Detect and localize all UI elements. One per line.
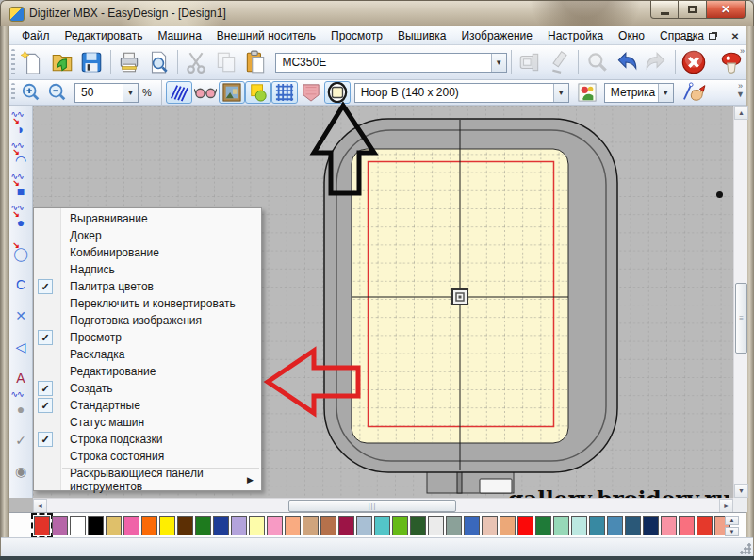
print-preview-button[interactable]	[144, 47, 173, 77]
punch-gray-tool-button[interactable]: ∿∿●	[10, 389, 32, 420]
minimize-button[interactable]	[650, 1, 679, 19]
color-swatch-26[interactable]	[500, 516, 516, 535]
zoom-in-button[interactable]	[18, 81, 44, 104]
punch-crescent-tool-button[interactable]: ∿∿↘◗	[10, 109, 32, 140]
color-swatch-18[interactable]	[356, 516, 372, 535]
menu-item-4[interactable]: Просмотр	[323, 27, 390, 44]
context-menu-item-4[interactable]: ✓Палитра цветов	[34, 278, 261, 295]
color-swatch-16[interactable]	[320, 516, 336, 535]
context-menu-item-8[interactable]: Раскладка	[34, 346, 261, 363]
scroll-right-arrow[interactable]: ►	[719, 499, 733, 513]
units-combo-dropdown[interactable]: ▼	[658, 84, 673, 102]
color-swatch-36[interactable]	[679, 516, 695, 535]
context-menu-item-10[interactable]: ✓Создать	[34, 380, 261, 397]
eraser-pen-button[interactable]	[545, 47, 574, 77]
toolbar-view-overflow-icon[interactable]: »▼	[736, 82, 745, 99]
context-menu-item-0[interactable]: Выравнивание	[34, 210, 261, 227]
hoop-combo[interactable]: Hoop B (140 x 200) ▼	[354, 83, 569, 103]
color-swatch-35[interactable]	[661, 516, 677, 535]
title-bar[interactable]: Digitizer MBX - EasyDesign - [Design1] ✕	[0, 0, 754, 26]
context-menu-item-6[interactable]: Подготовка изображения	[34, 312, 261, 329]
open-design-button[interactable]	[47, 47, 76, 77]
lettering-tool-button[interactable]: A	[10, 358, 32, 389]
color-swatch-6[interactable]	[141, 516, 157, 535]
outline-circle-tool-button[interactable]: ↘◯	[10, 234, 32, 265]
menu-item-0[interactable]: Файл	[14, 27, 57, 44]
check-pen-tool-button[interactable]: ✓	[10, 420, 32, 452]
context-menu-item-5[interactable]: Переключить и конвертировать	[34, 295, 261, 312]
scroll-up-arrow[interactable]: ▲	[734, 106, 748, 120]
context-menu-item-12[interactable]: Статус машин	[34, 414, 261, 431]
color-swatch-28[interactable]	[535, 516, 551, 535]
camera-tool-button[interactable]: ◉	[10, 452, 32, 483]
color-swatch-9[interactable]	[195, 516, 211, 535]
color-swatch-22[interactable]	[428, 516, 444, 535]
color-swatch-31[interactable]	[589, 516, 605, 535]
redo-button[interactable]	[642, 47, 671, 77]
design-thumbnail-button[interactable]	[574, 81, 600, 104]
color-swatch-12[interactable]	[249, 516, 265, 535]
show-hoop-template-toggle[interactable]	[298, 81, 324, 104]
horizontal-scrollbar[interactable]: ◄ ||| ►	[33, 498, 733, 512]
context-menu-item-1[interactable]: Докер	[34, 227, 261, 244]
color-swatch-25[interactable]	[482, 516, 498, 535]
color-swatch-24[interactable]	[464, 516, 480, 535]
mdi-minimize-button[interactable]	[681, 29, 698, 42]
color-swatch-29[interactable]	[553, 516, 569, 535]
vertical-scrollbar-thumb[interactable]: ≡	[735, 283, 747, 354]
color-swatch-2[interactable]	[70, 516, 86, 535]
zoom-level-combo[interactable]: 50 ▼	[74, 83, 139, 103]
color-swatch-32[interactable]	[607, 516, 623, 535]
cross-node-tool-button[interactable]: ✕	[10, 296, 32, 327]
zoom-out-button[interactable]	[44, 81, 71, 104]
color-swatch-30[interactable]	[571, 516, 587, 535]
color-swatch-19[interactable]	[374, 516, 390, 535]
send-to-machine-button[interactable]	[516, 47, 545, 77]
show-picture-toggle[interactable]	[219, 81, 245, 104]
color-swatch-7[interactable]	[159, 516, 175, 535]
zoom-tool-button[interactable]	[582, 47, 612, 77]
color-swatch-1[interactable]	[52, 516, 68, 535]
color-swatch-23[interactable]	[446, 516, 462, 535]
color-swatch-4[interactable]	[106, 516, 122, 535]
hoop-combo-dropdown[interactable]: ▼	[553, 84, 568, 102]
context-menu-item-7[interactable]: ✓Просмотр	[34, 329, 261, 346]
context-menu-item-13[interactable]: ✓Строка подсказки	[34, 431, 261, 448]
menu-item-2[interactable]: Машина	[150, 27, 208, 44]
toolbar-overflow-icon[interactable]: »	[740, 47, 745, 56]
context-menu-item-2[interactable]: Комбинирование	[34, 244, 261, 261]
context-menu-item-15[interactable]: Раскрывающиеся панели инструментов▶	[34, 471, 261, 488]
show-grid-toggle[interactable]	[271, 81, 298, 104]
color-swatch-5[interactable]	[123, 516, 139, 535]
scroll-left-arrow[interactable]: ◄	[33, 499, 47, 513]
true-view-toggle[interactable]	[192, 81, 219, 104]
punch-circle-tool-button[interactable]: ∿∿↘●	[10, 203, 32, 234]
color-swatch-15[interactable]	[303, 516, 319, 535]
vertical-scrollbar[interactable]: ▲ ≡ ▼	[733, 106, 747, 498]
zoom-level-dropdown[interactable]: ▼	[123, 84, 138, 102]
machine-combo-dropdown[interactable]: ▼	[491, 54, 506, 72]
close-button[interactable]: ✕	[706, 1, 746, 19]
context-menu-item-9[interactable]: Редактирование	[34, 363, 261, 380]
color-swatch-14[interactable]	[285, 516, 301, 535]
menu-item-5[interactable]: Вышивка	[390, 27, 454, 44]
cut-button[interactable]	[182, 47, 211, 77]
color-swatch-37[interactable]	[697, 516, 713, 535]
maximize-button[interactable]	[679, 1, 706, 19]
color-swatch-17[interactable]	[338, 516, 354, 535]
context-menu-item-14[interactable]: Строка состояния	[34, 448, 261, 465]
show-vectors-toggle[interactable]	[245, 81, 271, 104]
punch-curve-tool-button[interactable]: ∿∿↘◠	[10, 140, 32, 172]
color-swatch-3[interactable]	[88, 516, 104, 535]
resize-grip[interactable]	[740, 543, 751, 554]
copy-button[interactable]	[211, 47, 240, 77]
color-swatch-34[interactable]	[643, 516, 659, 535]
menu-item-6[interactable]: Изображение	[453, 27, 540, 44]
color-swatch-20[interactable]	[392, 516, 408, 535]
paste-button[interactable]	[240, 47, 270, 77]
arrow-shape-tool-button[interactable]: ◁	[10, 327, 32, 358]
color-swatch-0[interactable]	[34, 516, 50, 535]
close-design-button[interactable]	[680, 47, 709, 77]
machine-combo[interactable]: MC350E ▼	[275, 53, 506, 73]
menu-item-3[interactable]: Внешний носитель	[209, 27, 323, 44]
